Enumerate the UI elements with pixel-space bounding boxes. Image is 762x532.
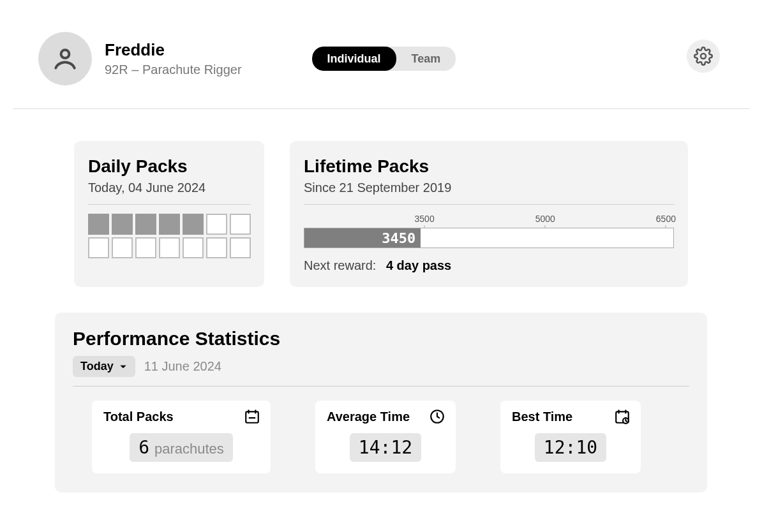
daily-cell: [112, 214, 133, 235]
daily-cell: [159, 237, 180, 258]
divider: [73, 386, 689, 387]
lifetime-progress: 350050006500 3450: [304, 214, 674, 248]
view-toggle: Individual Team: [312, 47, 456, 71]
stat-value: 12:10: [535, 433, 606, 462]
stat-best-time: Best Time 12:10: [500, 401, 641, 473]
daily-packs-date: Today, 04 June 2024: [88, 181, 250, 195]
settings-button[interactable]: [687, 40, 720, 73]
stat-title: Average Time: [327, 410, 444, 424]
next-reward-value: 4 day pass: [386, 258, 451, 272]
stats-row: Total Packs 6 parachutes Average Time: [73, 401, 689, 473]
summary-cards: Daily Packs Today, 04 June 2024 Lifetime…: [13, 141, 749, 287]
daily-cell: [135, 237, 156, 258]
performance-toolbar: Today 11 June 2024: [73, 356, 689, 377]
stat-average-time: Average Time 14:12: [315, 401, 456, 473]
page-root: Freddie 92R – Parachute Rigger Individua…: [0, 0, 762, 492]
daily-cell: [159, 214, 180, 235]
next-reward: Next reward: 4 day pass: [304, 258, 674, 273]
calendar-clock-icon: [614, 408, 631, 427]
daily-cell: [88, 237, 109, 258]
stat-title: Total Packs: [103, 410, 259, 424]
daily-cell: [183, 237, 204, 258]
tab-individual[interactable]: Individual: [312, 47, 396, 71]
user-name: Freddie: [105, 40, 242, 60]
lifetime-packs-card: Lifetime Packs Since 21 September 2019 3…: [290, 141, 688, 287]
range-label: Today: [80, 360, 114, 373]
daily-cell: [88, 214, 109, 235]
user-role: 92R – Parachute Rigger: [105, 63, 242, 77]
performance-section: Performance Statistics Today 11 June 202…: [55, 313, 707, 492]
tick-label: 3500: [415, 214, 435, 224]
range-dropdown[interactable]: Today: [73, 356, 135, 377]
performance-title: Performance Statistics: [73, 328, 689, 350]
progress-fill: 3450: [304, 228, 421, 248]
daily-packs-title: Daily Packs: [88, 156, 250, 177]
stat-unit: parachutes: [154, 441, 224, 457]
header: Freddie 92R – Parachute Rigger Individua…: [13, 0, 749, 109]
divider: [88, 204, 250, 205]
daily-cell: [230, 237, 251, 258]
daily-cell: [206, 237, 227, 258]
gear-icon: [694, 47, 713, 66]
calendar-minus-icon: [244, 408, 260, 427]
lifetime-packs-title: Lifetime Packs: [304, 156, 674, 177]
progress-value: 3450: [382, 230, 415, 246]
daily-cell: [230, 214, 251, 235]
user-meta: Freddie 92R – Parachute Rigger: [105, 40, 242, 77]
stat-value: 14:12: [350, 433, 421, 462]
daily-cell: [135, 214, 156, 235]
tick-label: 5000: [535, 214, 555, 224]
stat-value: 6 parachutes: [130, 433, 233, 462]
stat-title: Best Time: [512, 410, 629, 424]
avatar[interactable]: [38, 32, 92, 85]
chevron-down-icon: [119, 362, 128, 371]
progress-track: 3450: [304, 228, 674, 248]
tick-row: 350050006500: [304, 214, 674, 228]
daily-packs-card: Daily Packs Today, 04 June 2024: [74, 141, 264, 287]
stat-total-packs: Total Packs 6 parachutes: [92, 401, 271, 473]
daily-cell: [112, 237, 133, 258]
lifetime-packs-since: Since 21 September 2019: [304, 181, 674, 195]
clock-icon: [429, 408, 445, 427]
divider: [304, 204, 674, 205]
person-icon: [51, 45, 79, 73]
next-reward-label: Next reward:: [304, 258, 376, 272]
daily-grid: [88, 214, 250, 258]
daily-cell: [206, 214, 227, 235]
performance-date: 11 June 2024: [144, 359, 221, 374]
tick-label: 6500: [656, 214, 676, 224]
daily-cell: [183, 214, 204, 235]
tab-team[interactable]: Team: [396, 47, 456, 71]
svg-point-1: [701, 54, 706, 59]
svg-point-0: [61, 50, 70, 58]
